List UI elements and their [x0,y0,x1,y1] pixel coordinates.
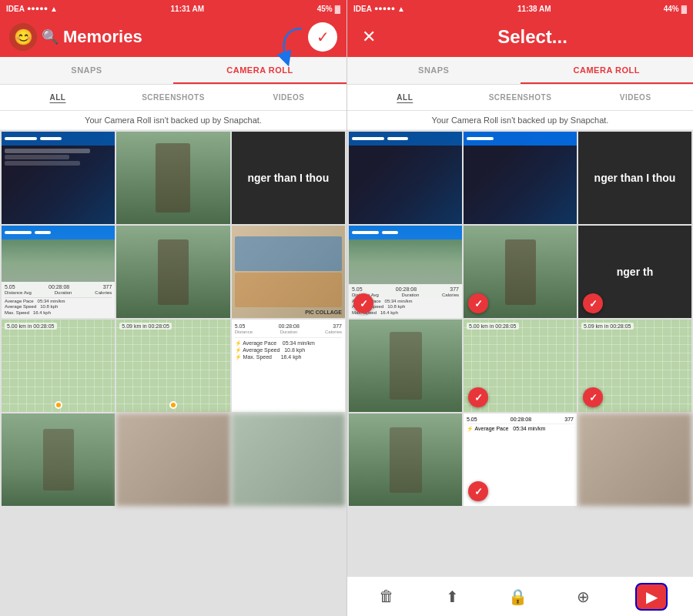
wifi-symbol-left: ▲ [50,5,58,13]
trash-icon: 🗑 [379,588,394,605]
check-overlay-r9: ✓ [583,387,603,407]
photo-cell-right-1[interactable] [349,132,462,224]
battery-icon-right: ▓ [681,5,687,13]
photo-grid-right: nger than I thou 5.0500:28:08377 Distanc… [347,130,693,576]
text-overlay-right-3: nger than I thou [578,132,691,224]
tab-snaps-right[interactable]: SNAPS [347,57,521,84]
check-overlay-r11: ✓ [468,481,488,501]
wifi-symbol-right: ▲ [397,5,405,13]
tabs-primary-left: SNAPS CAMERA ROLL [0,57,346,85]
check-overlay-r5: ✓ [468,293,488,313]
photo-cell-left-4[interactable]: 5.0500:28:08377 Distance AvgDurationCalo… [2,226,115,318]
share-icon: ⬆ [446,588,459,606]
share-button[interactable]: ⬆ [438,583,466,611]
photo-cell-left-12[interactable] [232,413,345,506]
notice-bar-right: Your Camera Roll isn't backed up by Snap… [347,111,693,130]
photo-grid-left: nger than I thou 5.0500:28:08377 Distanc… [0,130,346,616]
wifi-icon-left: ●●●●● [27,5,48,12]
battery-left: 45% ▓ [317,5,340,13]
photo-stats-4: 5.0500:28:08377 Distance AvgDurationCalo… [2,282,115,318]
lock-icon: 🔒 [508,588,527,606]
photo-header-r1 [349,132,462,146]
add-circle-icon: ⊕ [577,588,590,606]
tabs-secondary-right: ALL SCREENSHOTS VIDEOS [347,85,693,111]
bottom-toolbar: 🗑 ⬆ 🔒 ⊕ ▶ [347,576,693,616]
time-left: 11:31 AM [171,5,205,13]
carrier-right: IDEA [353,5,372,13]
tab-snaps-left[interactable]: SNAPS [0,57,173,84]
photo-cell-left-3[interactable]: nger than I thou [232,132,345,224]
photo-cell-left-5[interactable] [116,226,229,318]
photo-cell-left-2[interactable] [116,132,229,224]
photo-cell-right-12[interactable] [578,413,691,506]
avatar-left[interactable]: 😊 [9,23,37,51]
text-overlay-left-3: nger than I thou [232,132,345,224]
photo-cell-left-6[interactable]: PIC COLLAGE [232,226,345,318]
page-title-left: Memories [63,27,308,47]
battery-right: 44% ▓ [664,5,687,13]
check-overlay-r4: ✓ [353,293,373,313]
tab-all-right[interactable]: ALL [347,85,463,110]
status-left: IDEA ●●●●● ▲ [6,5,58,13]
photo-cell-right-8[interactable]: 5.00 km in 00:28:05 ✓ [464,320,577,412]
tab-camera-roll-left[interactable]: CAMERA ROLL [173,57,346,84]
photo-cell-right-5[interactable]: ✓ [464,226,577,318]
header-right: ✕ Select... [347,17,693,57]
status-bar-left: IDEA ●●●●● ▲ 11:31 AM 45% ▓ [0,0,346,17]
tab-screenshots-right[interactable]: SCREENSHOTS [463,85,578,110]
tabs-primary-right: SNAPS CAMERA ROLL [347,57,693,85]
status-bar-right: IDEA ●●●●● ▲ 11:38 AM 44% ▓ [347,0,693,17]
photo-cell-right-11[interactable]: 5.0500:28:08377 ⚡ Average Pace 05:34 min… [464,413,577,506]
battery-pct-left: 45% [317,5,333,13]
photo-cell-left-9[interactable]: 5.0500:28:08377 DistanceDurationCalories… [232,320,345,412]
photo-cell-left-11[interactable] [116,413,229,506]
tab-videos-right[interactable]: VIDEOS [578,85,693,110]
header-left: 😊 🔍 Memories ✓ [0,17,346,57]
photo-stats-9: 5.0500:28:08377 DistanceDurationCalories… [232,320,345,412]
photo-header-4 [2,226,115,239]
wifi-icon-right: ●●●●● [374,5,395,12]
photo-cell-left-7[interactable]: 5.00 km in 00:28:05 [2,320,115,412]
status-left-right: IDEA ●●●●● ▲ [353,5,405,13]
delete-button[interactable]: 🗑 [373,583,400,611]
photo-header-r2 [464,132,577,146]
photo-cell-right-2[interactable] [464,132,577,224]
check-button[interactable]: ✓ [308,22,337,52]
photo-cell-right-3[interactable]: nger than I thou [578,132,691,224]
left-panel: IDEA ●●●●● ▲ 11:31 AM 45% ▓ 😊 🔍 Memories… [0,0,346,616]
map-overlay-7 [2,320,115,412]
photo-cell-right-10[interactable] [349,413,462,506]
lock-button[interactable]: 🔒 [504,583,531,611]
battery-icon-left: ▓ [335,5,340,13]
photo-cell-right-4[interactable]: 5.0500:28:08377 Distance AvgDurationCalo… [349,226,462,318]
map-overlay-8 [116,320,229,412]
send-button[interactable]: ▶ [635,583,668,611]
time-right: 11:38 AM [517,5,551,13]
notice-bar-left: Your Camera Roll isn't backed up by Snap… [0,111,346,130]
tab-videos-left[interactable]: VIDEOS [231,85,346,110]
right-panel: IDEA ●●●●● ▲ 11:38 AM 44% ▓ ✕ Select... … [346,0,693,616]
tab-all-left[interactable]: ALL [0,85,116,110]
tab-camera-roll-right[interactable]: CAMERA ROLL [521,57,694,84]
tab-screenshots-left[interactable]: SCREENSHOTS [116,85,231,110]
photo-cell-right-6[interactable]: nger th ✓ [578,226,691,318]
photo-cell-left-8[interactable]: 5.09 km in 00:28:05 [116,320,229,412]
photo-cell-right-7[interactable] [349,320,462,412]
page-title-right: Select... [381,26,684,48]
add-button[interactable]: ⊕ [570,583,598,611]
carrier-left: IDEA [6,5,25,13]
close-button[interactable]: ✕ [357,25,381,49]
check-overlay-r6: ✓ [583,293,603,313]
photo-cell-left-10[interactable] [2,413,115,506]
send-icon: ▶ [646,588,658,606]
photo-cell-left-1[interactable] [2,132,115,224]
photo-header-r4 [349,226,462,239]
tabs-secondary-left: ALL SCREENSHOTS VIDEOS [0,85,346,111]
check-overlay-r8: ✓ [468,387,488,407]
search-icon-left[interactable]: 🔍 [42,28,59,45]
battery-pct-right: 44% [664,5,679,13]
photo-cell-right-9[interactable]: 5.09 km in 00:28:05 ✓ [578,320,691,412]
